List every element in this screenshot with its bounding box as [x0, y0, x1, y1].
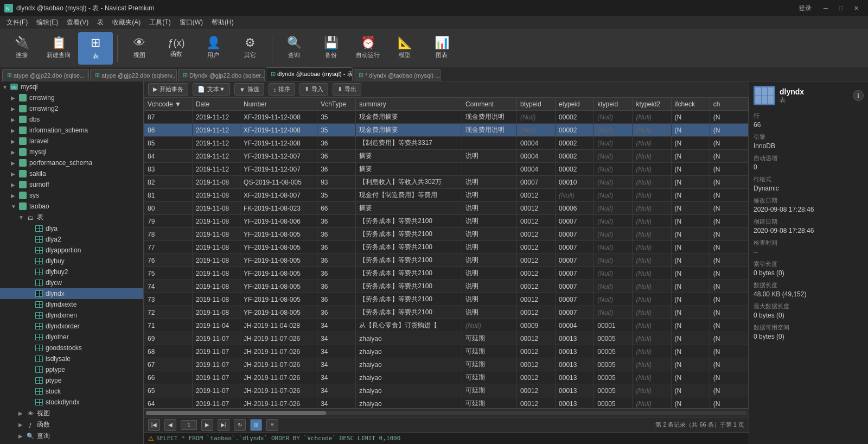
toolbar-function[interactable]: ƒ(x) 函数 [159, 32, 194, 65]
sidebar-root-mysql[interactable]: ▼ DB mysql [0, 81, 143, 92]
table-row[interactable]: 682019-11-07JH-2019-11-07-02634zhaiyao可延… [144, 345, 749, 358]
table-row[interactable]: 762019-11-08YF-2019-11-08-00536【劳务成本】等费共… [144, 254, 749, 267]
sidebar-table-dlya2[interactable]: dlya2 [0, 234, 143, 245]
sidebar-table-dlybuy2[interactable]: dlybuy2 [0, 267, 143, 277]
sidebar-item-surnoff[interactable]: ▶ surnoff [0, 179, 143, 190]
sidebar-table-ptype[interactable]: ptype [0, 375, 143, 386]
sidebar-table-stockdlyndx[interactable]: stockdlyndx [0, 397, 143, 408]
table-row[interactable]: 752019-11-08YF-2019-11-08-00536【劳务成本】等费共… [144, 267, 749, 280]
toolbar-model[interactable]: 📐 模型 [387, 32, 422, 65]
table-row[interactable]: 822019-11-08QS-2019-11-08-00593【利息收入】等收入… [144, 176, 749, 189]
tab-dlyndx-gjp[interactable]: ⊞ Dlyndx @gjp22.dbo (sqlser... ✕ [178, 69, 265, 81]
sidebar-table-dlyapportion[interactable]: dlyapportion [0, 245, 143, 256]
menu-help[interactable]: 帮助(H) [207, 17, 238, 28]
toolbar-autorun[interactable]: ⏰ 自动运行 [350, 32, 385, 65]
btn-text[interactable]: 📄 文本▼ [193, 83, 230, 96]
sidebar-item-cmswing2[interactable]: ▶ cmswing2 [0, 103, 143, 114]
info-btn[interactable]: ℹ [853, 90, 864, 101]
sidebar-table-dlybuy[interactable]: dlybuy [0, 256, 143, 267]
col-comment[interactable]: Comment [462, 98, 517, 111]
btn-import[interactable]: ⬆ 导入 [299, 83, 328, 96]
table-row[interactable]: 792019-11-08YF-2019-11-08-00636【劳务成本】等费共… [144, 215, 749, 228]
table-row[interactable]: 642019-11-07JH-2019-11-07-02634zhaiyao可延… [144, 397, 749, 409]
tab-atype2[interactable]: ⊞ atype @gjp22.dbo (sqlserv... ✕ [90, 69, 177, 81]
table-row[interactable]: 872019-11-12XF-2019-11-12-00835现金费用摘要现金费… [144, 111, 749, 124]
menu-window[interactable]: 窗口(W) [175, 17, 207, 28]
toolbar-new-query[interactable]: 📋 新建查询 [41, 32, 76, 65]
menu-edit[interactable]: 编辑(E) [32, 17, 62, 28]
table-row[interactable]: 722019-11-08YF-2019-11-08-00536【劳务成本】等费共… [144, 306, 749, 319]
sidebar-item-information-schema[interactable]: ▶ information_schema [0, 125, 143, 136]
sidebar-table-dlyndx[interactable]: dlyndx [0, 288, 143, 299]
col-ktypeid2[interactable]: ktypeid2 [633, 98, 671, 111]
login-btn[interactable]: 登录 [799, 4, 812, 13]
btn-start-transaction[interactable]: ▶ 开始事务 [148, 83, 188, 96]
btn-sort[interactable]: ↕ 排序 [269, 83, 296, 96]
sidebar-table-pptype[interactable]: pptype [0, 364, 143, 375]
sidebar-item-queries-group[interactable]: ▶ 🔍 查询 [0, 430, 143, 442]
table-row[interactable]: 802019-11-08FK-2019-11-08-02366摘要说明00012… [144, 202, 749, 215]
table-row[interactable]: 812019-11-08XF-2019-11-08-00735现金付【制造费用】… [144, 189, 749, 202]
sidebar-item-sys[interactable]: ▶ sys [0, 190, 143, 201]
toolbar-query[interactable]: 🔍 查询 [277, 32, 311, 65]
sidebar-item-dbs[interactable]: ▶ dbs [0, 114, 143, 125]
toolbar-table[interactable]: ⊞ 表 [78, 32, 113, 65]
btn-export[interactable]: ⬇ 导出 [333, 83, 361, 96]
toolbar-other[interactable]: ⚙ 其它 [233, 32, 267, 65]
toolbar-user[interactable]: 👤 用户 [196, 32, 231, 65]
table-row[interactable]: 742019-11-08YF-2019-11-08-00536【劳务成本】等费共… [144, 280, 749, 293]
win-maximize[interactable]: □ [833, 3, 848, 14]
menu-view[interactable]: 查看(V) [62, 17, 93, 28]
nav-first[interactable]: |◀ [148, 419, 160, 431]
data-table-wrapper[interactable]: Vchcode ▼ Date Number VchType summary Co… [144, 98, 749, 408]
sidebar-table-goodsstocks[interactable]: goodsstocks [0, 342, 143, 353]
nav-grid-view[interactable]: ⊞ [250, 419, 262, 431]
table-row[interactable]: 782019-11-08YF-2019-11-08-00536【劳务成本】等费共… [144, 228, 749, 241]
toolbar-connect[interactable]: 🔌 连接 [4, 32, 39, 65]
sidebar-item-views-group[interactable]: ▶ 👁 视图 [0, 408, 143, 419]
nav-next[interactable]: ▶ [201, 419, 213, 431]
nav-list-view[interactable]: ≡ [266, 419, 278, 431]
sidebar-item-sakila[interactable]: ▶ sakila [0, 168, 143, 179]
menu-table[interactable]: 表 [93, 17, 108, 28]
toolbar-chart[interactable]: 📊 图表 [424, 32, 459, 65]
nav-last[interactable]: ▶| [218, 419, 229, 431]
table-row[interactable]: 712019-11-04JH-2019-11-04-02834从【良心零食】订货… [144, 319, 749, 332]
col-number[interactable]: Number [240, 98, 317, 111]
menu-file[interactable]: 文件(F) [2, 17, 32, 28]
tab-atype1[interactable]: ⊞ atype @gjp22.dbo (sqlse... ✕ [2, 69, 89, 81]
table-row[interactable]: 842019-11-12YF-2019-11-12-00736摘要说明00004… [144, 150, 749, 163]
horizontal-scrollbar[interactable] [144, 408, 749, 417]
sidebar-item-performance-schema[interactable]: ▶ performance_schema [0, 157, 143, 168]
col-ifcheck[interactable]: ifcheck [671, 98, 710, 111]
menu-favorites[interactable]: 收藏夹(A) [108, 17, 145, 28]
sidebar-table-dlyndxmen[interactable]: dlyndxmen [0, 310, 143, 321]
sidebar-item-cmswing[interactable]: ▶ cmswing [0, 92, 143, 103]
sidebar-table-dlya[interactable]: dlya [0, 223, 143, 234]
table-row[interactable]: 652019-11-07JH-2019-11-07-02634zhaiyao可延… [144, 384, 749, 397]
sidebar-table-dlycw[interactable]: dlycw [0, 277, 143, 288]
sidebar-table-stock[interactable]: stock [0, 386, 143, 397]
col-btypeid[interactable]: btypeid [516, 98, 555, 111]
nav-refresh[interactable]: ↻ [234, 419, 246, 431]
tab-dlyndx-taobao2[interactable]: ⊞ * dlyndx @taobao (mysql) ... ✕ [354, 69, 441, 81]
col-vchtype[interactable]: VchType [317, 98, 356, 111]
col-summary[interactable]: summary [356, 98, 462, 111]
table-row[interactable]: 832019-11-12YF-2019-11-12-00736摘要0000400… [144, 163, 749, 176]
sidebar-item-mysql-db[interactable]: ▶ mysql [0, 147, 143, 157]
win-minimize[interactable]: ─ [818, 3, 833, 14]
toolbar-view[interactable]: 👁 视图 [122, 32, 157, 65]
tab-close-icon[interactable]: ✕ [87, 72, 89, 78]
sidebar-table-dlyother[interactable]: dlyother [0, 332, 143, 342]
col-date[interactable]: Date [192, 98, 240, 111]
sidebar-table-isdlysale[interactable]: isdlysale [0, 353, 143, 364]
sidebar-table-dlyndxexte[interactable]: dlyndxexte [0, 299, 143, 310]
table-row[interactable]: 862019-11-12XF-2019-11-12-00835现金费用摘要现金费… [144, 124, 749, 137]
sidebar-item-tables-group[interactable]: ▼ 🗂 表 [0, 212, 143, 223]
table-row[interactable]: 772019-11-08YF-2019-11-08-00536【劳务成本】等费共… [144, 241, 749, 254]
sidebar-table-dlyndxorder[interactable]: dlyndxorder [0, 321, 143, 332]
tab-dlyndx-taobao[interactable]: ⊞ dlyndx @taobao (mysql) - 表 ✕ [266, 67, 353, 81]
col-ktypeid[interactable]: ktypeid [594, 98, 633, 111]
btn-filter[interactable]: ▼ 筛选 [234, 83, 264, 96]
sidebar-item-functions-group[interactable]: ▶ ƒ 函数 [0, 419, 143, 430]
